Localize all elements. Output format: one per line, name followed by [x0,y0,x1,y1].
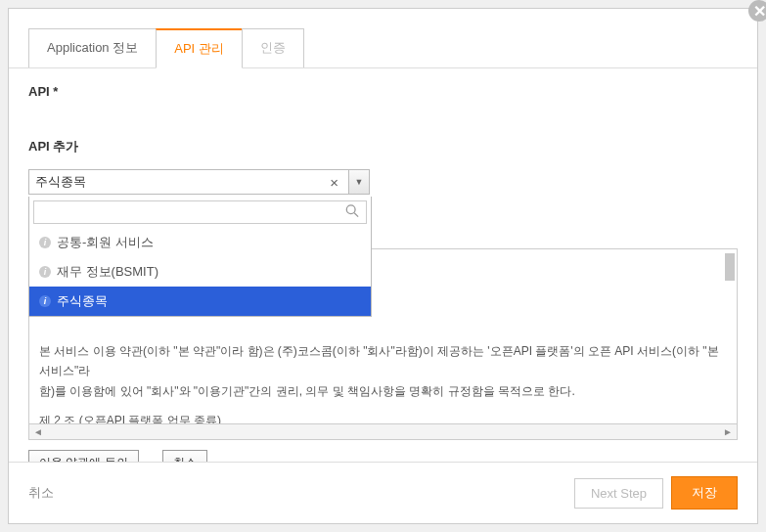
dropdown-item-common-member[interactable]: i 공통-회원 서비스 [29,228,371,257]
combo-row: 주식종목 × ▼ [28,169,738,195]
dropdown-panel: i 공통-회원 서비스 i 재무 정보(BSMIT) i 주식종목 [28,197,372,317]
dropdown-item-label: 공통-회원 서비스 [57,234,154,251]
api-add-label: API 추가 [28,138,738,155]
scroll-right-icon[interactable]: ► [723,426,733,437]
agree-terms-button[interactable]: 이용 약관에 동의 [28,450,139,462]
close-icon[interactable]: ✕ [748,0,766,22]
close-x-glyph: ✕ [753,2,766,21]
cancel-terms-button[interactable]: 취소 [162,450,207,462]
vertical-scrollbar-thumb[interactable] [725,253,735,281]
terms-buttons: 이용 약관에 동의 취소 [28,450,738,462]
dropdown-search-input[interactable] [33,200,367,224]
terms-line: 제 2 조 (오픈API 플랫폼 업무 종류) [39,411,727,424]
dropdown-item-financial-info[interactable]: i 재무 정보(BSMIT) [29,257,371,287]
scroll-left-icon[interactable]: ◄ [33,426,43,437]
dropdown-list: i 공통-회원 서비스 i 재무 정보(BSMIT) i 주식종목 [29,228,371,316]
content: API * API 추가 주식종목 × ▼ i 공통-회원 서비스 [9,68,757,462]
dropdown-search-row [29,197,371,228]
tab-application-info[interactable]: Application 정보 [28,28,157,67]
info-icon: i [39,295,51,307]
clear-icon[interactable]: × [326,174,342,191]
chevron-down-icon: ▼ [355,177,364,187]
dialog: Application 정보 API 관리 인증 API * API 추가 주식… [8,8,758,524]
next-step-button: Next Step [574,478,663,509]
tab-auth[interactable]: 인증 [242,28,304,67]
combo-selected-value: 주식종목 [35,173,326,191]
horizontal-scrollbar[interactable]: ◄ ► [28,424,738,440]
dropdown-item-stock[interactable]: i 주식종목 [29,287,371,316]
api-section-label: API * [28,84,738,99]
save-button[interactable]: 저장 [671,476,738,510]
combo-dropdown-arrow[interactable]: ▼ [348,169,370,195]
tab-api-management[interactable]: API 관리 [156,28,243,68]
dropdown-item-label: 재무 정보(BSMIT) [57,263,158,281]
footer: 취소 Next Step 저장 [9,462,757,523]
dropdown-item-label: 주식종목 [57,292,108,310]
terms-line: 함)를 이용함에 있어 "회사"와 "이용기관"간의 권리, 의무 및 책임사항… [39,381,727,401]
api-combo-input[interactable]: 주식종목 × [28,169,349,195]
info-icon: i [39,237,51,248]
footer-cancel-link[interactable]: 취소 [28,484,54,502]
tabs: Application 정보 API 관리 인증 [9,9,757,68]
info-icon: i [39,266,51,278]
terms-line: 본 서비스 이용 약관(이하 "본 약관"이라 함)은 (주)코스콤(이하 "회… [39,341,727,381]
